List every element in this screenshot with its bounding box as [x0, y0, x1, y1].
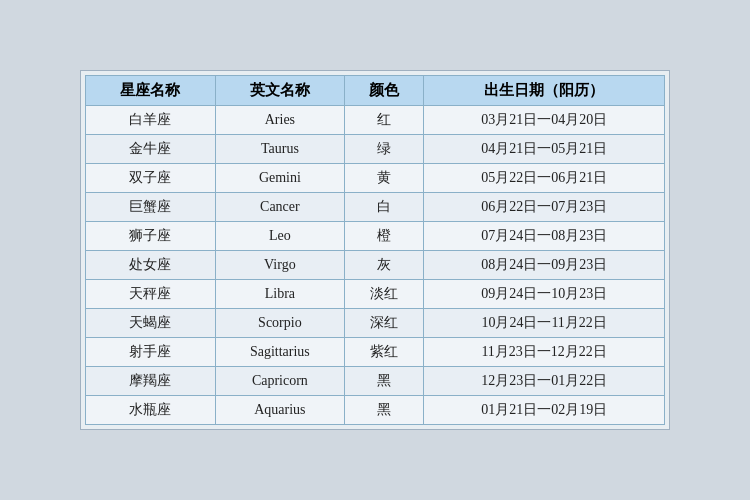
- cell-4-0: 狮子座: [86, 222, 216, 251]
- cell-9-0: 摩羯座: [86, 367, 216, 396]
- table-row: 双子座Gemini黄05月22日一06月21日: [86, 164, 665, 193]
- cell-0-1: Aries: [215, 106, 345, 135]
- cell-0-0: 白羊座: [86, 106, 216, 135]
- cell-3-3: 06月22日一07月23日: [424, 193, 665, 222]
- cell-7-1: Scorpio: [215, 309, 345, 338]
- cell-1-1: Taurus: [215, 135, 345, 164]
- cell-3-0: 巨蟹座: [86, 193, 216, 222]
- cell-8-3: 11月23日一12月22日: [424, 338, 665, 367]
- cell-5-0: 处女座: [86, 251, 216, 280]
- cell-8-1: Sagittarius: [215, 338, 345, 367]
- zodiac-table: 星座名称英文名称颜色出生日期（阳历） 白羊座Aries红03月21日一04月20…: [85, 75, 665, 425]
- cell-8-0: 射手座: [86, 338, 216, 367]
- table-body: 白羊座Aries红03月21日一04月20日金牛座Taurus绿04月21日一0…: [86, 106, 665, 425]
- cell-2-0: 双子座: [86, 164, 216, 193]
- cell-7-3: 10月24日一11月22日: [424, 309, 665, 338]
- table-row: 巨蟹座Cancer白06月22日一07月23日: [86, 193, 665, 222]
- col-header-2: 颜色: [345, 76, 424, 106]
- cell-4-2: 橙: [345, 222, 424, 251]
- table-row: 天秤座Libra淡红09月24日一10月23日: [86, 280, 665, 309]
- cell-4-3: 07月24日一08月23日: [424, 222, 665, 251]
- cell-6-1: Libra: [215, 280, 345, 309]
- cell-6-3: 09月24日一10月23日: [424, 280, 665, 309]
- table-row: 金牛座Taurus绿04月21日一05月21日: [86, 135, 665, 164]
- cell-5-1: Virgo: [215, 251, 345, 280]
- cell-9-2: 黑: [345, 367, 424, 396]
- cell-1-0: 金牛座: [86, 135, 216, 164]
- cell-0-3: 03月21日一04月20日: [424, 106, 665, 135]
- table-header-row: 星座名称英文名称颜色出生日期（阳历）: [86, 76, 665, 106]
- cell-8-2: 紫红: [345, 338, 424, 367]
- col-header-3: 出生日期（阳历）: [424, 76, 665, 106]
- table-row: 水瓶座Aquarius黑01月21日一02月19日: [86, 396, 665, 425]
- table-row: 天蝎座Scorpio深红10月24日一11月22日: [86, 309, 665, 338]
- cell-0-2: 红: [345, 106, 424, 135]
- cell-10-1: Aquarius: [215, 396, 345, 425]
- cell-4-1: Leo: [215, 222, 345, 251]
- cell-2-1: Gemini: [215, 164, 345, 193]
- cell-2-3: 05月22日一06月21日: [424, 164, 665, 193]
- cell-10-2: 黑: [345, 396, 424, 425]
- cell-6-0: 天秤座: [86, 280, 216, 309]
- table-row: 摩羯座Capricorn黑12月23日一01月22日: [86, 367, 665, 396]
- col-header-1: 英文名称: [215, 76, 345, 106]
- table-row: 白羊座Aries红03月21日一04月20日: [86, 106, 665, 135]
- zodiac-table-container: 星座名称英文名称颜色出生日期（阳历） 白羊座Aries红03月21日一04月20…: [80, 70, 670, 430]
- cell-1-2: 绿: [345, 135, 424, 164]
- cell-3-1: Cancer: [215, 193, 345, 222]
- cell-7-0: 天蝎座: [86, 309, 216, 338]
- table-row: 射手座Sagittarius紫红11月23日一12月22日: [86, 338, 665, 367]
- table-row: 狮子座Leo橙07月24日一08月23日: [86, 222, 665, 251]
- cell-10-3: 01月21日一02月19日: [424, 396, 665, 425]
- cell-9-1: Capricorn: [215, 367, 345, 396]
- cell-10-0: 水瓶座: [86, 396, 216, 425]
- cell-5-3: 08月24日一09月23日: [424, 251, 665, 280]
- cell-1-3: 04月21日一05月21日: [424, 135, 665, 164]
- cell-7-2: 深红: [345, 309, 424, 338]
- cell-6-2: 淡红: [345, 280, 424, 309]
- cell-5-2: 灰: [345, 251, 424, 280]
- table-row: 处女座Virgo灰08月24日一09月23日: [86, 251, 665, 280]
- cell-9-3: 12月23日一01月22日: [424, 367, 665, 396]
- cell-2-2: 黄: [345, 164, 424, 193]
- col-header-0: 星座名称: [86, 76, 216, 106]
- cell-3-2: 白: [345, 193, 424, 222]
